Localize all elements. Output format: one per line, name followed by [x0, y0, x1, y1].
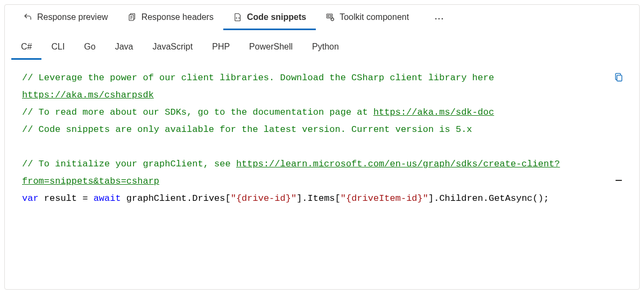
code-string: "{drive-id}": [231, 193, 296, 204]
code-text: ].Children.GetAsync();: [428, 193, 549, 204]
code-keyword: await: [94, 193, 121, 204]
lang-tab-go[interactable]: Go: [74, 38, 105, 60]
code-comment: // Code snippets are only available for …: [22, 124, 472, 135]
tab-response-headers[interactable]: Response headers: [118, 7, 223, 30]
toolkit-icon: [325, 12, 335, 22]
code-comment: // Leverage the power of our client libr…: [22, 73, 500, 83]
svg-rect-5: [327, 14, 332, 18]
tab-toolkit-component-label: Toolkit component: [339, 12, 409, 22]
svg-rect-6: [328, 15, 331, 17]
code-block: // Leverage the power of our client libr…: [22, 69, 580, 207]
code-comment: // To initialize your graphClient, see: [22, 159, 236, 169]
lang-tab-csharp[interactable]: C#: [11, 38, 41, 60]
copy-button[interactable]: [611, 69, 626, 85]
code-keyword: var: [22, 193, 39, 204]
collapse-button[interactable]: [611, 173, 626, 188]
svg-point-7: [331, 18, 334, 20]
code-link-csharpsdk[interactable]: https://aka.ms/csharpsdk: [22, 90, 154, 100]
tab-response-preview[interactable]: Response preview: [13, 7, 118, 30]
tab-code-snippets-label: Code snippets: [247, 12, 306, 22]
code-text: result =: [39, 193, 94, 204]
lang-tab-cli[interactable]: CLI: [41, 38, 74, 60]
lang-tab-java[interactable]: Java: [105, 38, 143, 60]
language-tabstrip: C# CLI Go Java JavaScript PHP PowerShell…: [5, 30, 639, 60]
lang-tab-python[interactable]: Python: [302, 38, 349, 60]
code-text: ].Items[: [296, 193, 341, 204]
lang-tab-powershell[interactable]: PowerShell: [239, 38, 302, 60]
more-button[interactable]: ···: [429, 10, 450, 27]
code-string: "{driveItem-id}": [341, 193, 428, 204]
code-text: graphClient.Drives[: [121, 193, 231, 204]
code-area: // Leverage the power of our client libr…: [5, 60, 639, 289]
lang-tab-javascript[interactable]: JavaScript: [143, 38, 203, 60]
copy-icon: [613, 72, 624, 82]
tab-response-headers-label: Response headers: [141, 12, 214, 22]
tab-toolkit-component[interactable]: Toolkit component: [316, 7, 419, 30]
code-document-icon: [233, 12, 243, 22]
tab-code-snippets[interactable]: Code snippets: [223, 7, 316, 30]
tab-response-preview-label: Response preview: [37, 12, 108, 22]
code-snippets-panel: Response preview Response headers Code s…: [4, 4, 640, 290]
minus-icon: [613, 175, 624, 186]
lang-tab-php[interactable]: PHP: [202, 38, 239, 60]
undo-icon: [23, 12, 33, 22]
svg-rect-8: [617, 75, 622, 81]
code-comment: // To read more about our SDKs, go to th…: [22, 107, 373, 117]
document-copy-icon: [128, 12, 137, 22]
code-link-sdkdoc[interactable]: https://aka.ms/sdk-doc: [373, 107, 494, 117]
top-tabstrip: Response preview Response headers Code s…: [5, 5, 639, 30]
